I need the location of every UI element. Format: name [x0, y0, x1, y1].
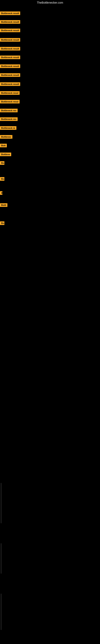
bottleneck-badge-18: Bo — [0, 177, 4, 182]
bottleneck-badge-14: Bottlenec — [0, 135, 12, 140]
bottleneck-badge-10: Bottleneck resul — [0, 100, 20, 104]
bottleneck-badge-9: Bottleneck resul — [0, 91, 20, 96]
vertical-line-0 — [1, 483, 1, 523]
bottleneck-badge-12: Bottleneck res — [0, 117, 18, 122]
bottleneck-badge-16: Bottlene — [0, 152, 11, 157]
bottleneck-badge-7: Bottleneck result — [0, 73, 20, 78]
bottleneck-badge-15: Bott — [0, 144, 7, 148]
bottleneck-badge-20: Bottl — [0, 203, 7, 208]
bottleneck-badge-11: Bottleneck res — [0, 109, 18, 113]
bottleneck-badge-3: Bottleneck result — [0, 38, 20, 42]
bottleneck-badge-17: Bo — [0, 161, 4, 166]
bottleneck-badge-5: Bottleneck result — [0, 56, 20, 60]
bottleneck-badge-13: Bottleneck re — [0, 126, 16, 130]
bottleneck-badge-4: Bottleneck result — [0, 47, 20, 51]
bottleneck-badge-0: Bottleneck result — [0, 12, 20, 16]
bottleneck-badge-21: Bo — [0, 222, 4, 226]
bottleneck-badge-2: Bottleneck result — [0, 28, 20, 33]
bottleneck-badge-19: B — [0, 191, 2, 196]
vertical-line-1 — [1, 544, 1, 574]
site-title: TheBottlenecker.com — [0, 0, 100, 5]
bottleneck-badge-8: Bottleneck result — [0, 82, 20, 87]
vertical-line-3 — [1, 614, 1, 630]
bottleneck-badge-6: Bottleneck result — [0, 64, 20, 69]
bottleneck-badge-1: Bottleneck result — [0, 20, 20, 24]
vertical-line-2 — [1, 594, 1, 614]
